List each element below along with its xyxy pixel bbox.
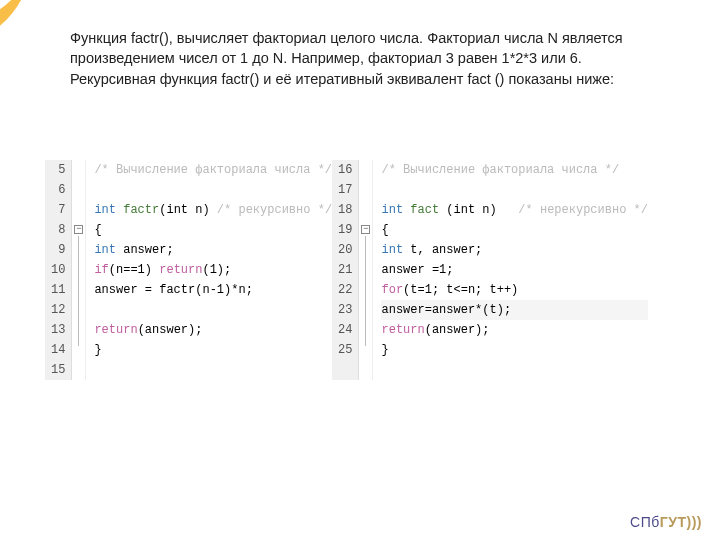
code-line: int answer; xyxy=(94,240,332,260)
description-paragraph: Функция factr(), вычисляет факториал цел… xyxy=(70,28,670,89)
line-number: 22 xyxy=(338,280,352,300)
line-number: 11 xyxy=(51,280,65,300)
right-gutter: 16171819202122232425 xyxy=(332,160,359,380)
line-number: 14 xyxy=(51,340,65,360)
code-line: return(answer); xyxy=(381,320,647,340)
code-line: if(n==1) return(1); xyxy=(94,260,332,280)
line-number: 23 xyxy=(338,300,352,320)
line-number: 18 xyxy=(338,200,352,220)
line-number: 16 xyxy=(338,160,352,180)
line-number: 12 xyxy=(51,300,65,320)
code-line: for(t=1; t<=n; t++) xyxy=(381,280,647,300)
code-line: answer = factr(n-1)*n; xyxy=(94,280,332,300)
line-number: 24 xyxy=(338,320,352,340)
code-line: return(answer); xyxy=(94,320,332,340)
code-line: { xyxy=(381,220,647,240)
line-number: 15 xyxy=(51,360,65,380)
line-number: 25 xyxy=(338,340,352,360)
code-line: int t, answer; xyxy=(381,240,647,260)
line-number: 21 xyxy=(338,260,352,280)
code-line: } xyxy=(381,340,647,360)
code-line: int fact (int n) /* нерекурсивно */ xyxy=(381,200,647,220)
fold-minus-icon: − xyxy=(361,225,370,234)
line-number: 10 xyxy=(51,260,65,280)
line-number: 13 xyxy=(51,320,65,340)
line-number: 7 xyxy=(51,200,65,220)
left-gutter: 56789101112131415 xyxy=(45,160,72,380)
right-fold-column: − xyxy=(359,160,373,380)
line-number: 8 xyxy=(51,220,65,240)
logo-right: ГУТ))) xyxy=(660,514,702,530)
code-line: /* Вычисление факториала числа */ xyxy=(94,160,332,180)
code-line: int factr(int n) /* рекурсивно */ xyxy=(94,200,332,220)
code-line: answer =1; xyxy=(381,260,647,280)
logo-left: СПб xyxy=(630,514,660,530)
line-number: 5 xyxy=(51,160,65,180)
line-number: 20 xyxy=(338,240,352,260)
code-line: /* Вычисление факториала числа */ xyxy=(381,160,647,180)
left-source: /* Вычисление факториала числа */int fac… xyxy=(86,160,332,380)
line-number: 17 xyxy=(338,180,352,200)
right-source: /* Вычисление факториала числа */int fac… xyxy=(373,160,647,380)
line-number: 6 xyxy=(51,180,65,200)
code-line: } xyxy=(94,340,332,360)
left-fold-column: − xyxy=(72,160,86,380)
right-code-block: 16171819202122232425 − /* Вычисление фак… xyxy=(332,160,648,380)
logo: СПбГУТ))) xyxy=(630,514,702,530)
line-number: 9 xyxy=(51,240,65,260)
code-line xyxy=(381,180,647,200)
fold-minus-icon: − xyxy=(74,225,83,234)
code-line xyxy=(94,180,332,200)
code-line: answer=answer*(t); xyxy=(381,300,647,320)
code-line xyxy=(94,360,332,380)
code-columns: 56789101112131415 − /* Вычисление фактор… xyxy=(45,160,648,380)
code-line: { xyxy=(94,220,332,240)
left-code-block: 56789101112131415 − /* Вычисление фактор… xyxy=(45,160,332,380)
code-line xyxy=(94,300,332,320)
line-number: 19 xyxy=(338,220,352,240)
